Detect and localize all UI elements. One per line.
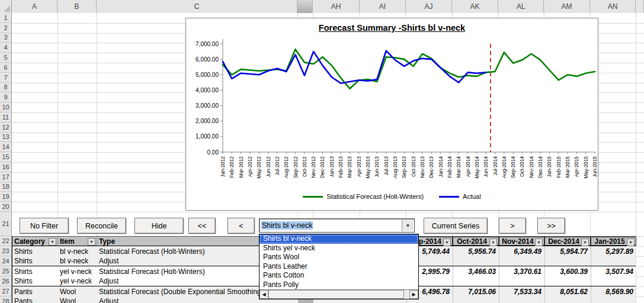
category-filter-icon[interactable]: ▼ — [49, 238, 56, 246]
column-header-AH[interactable]: AH — [313, 0, 360, 13]
reconcile-button[interactable]: Reconcile — [77, 218, 126, 234]
item-cell: yel v-neck — [58, 266, 97, 276]
column-header-C[interactable]: C — [97, 0, 297, 13]
row-header-4[interactable]: 4 — [0, 43, 12, 53]
row-header-3[interactable]: 3 — [0, 33, 12, 43]
value-cell — [544, 296, 591, 303]
current-series-button[interactable]: Current Series — [424, 218, 488, 234]
row-header-24[interactable]: 24 — [0, 256, 12, 266]
row-header-6[interactable]: 6 — [0, 63, 12, 73]
value-cell: 5,297.89 — [591, 246, 636, 256]
row-header-15[interactable]: 15 — [0, 152, 12, 162]
dropdown-item-shirts-bl-v-neck[interactable]: Shirts bl v-neck — [259, 234, 418, 244]
gridline — [12, 212, 644, 212]
month-filter-icon[interactable]: ▼ — [489, 238, 497, 246]
axis-tick-label: Oct-2013 — [411, 156, 416, 177]
previous-series-button[interactable]: < — [228, 218, 255, 234]
column-header-AL[interactable]: AL — [498, 0, 544, 13]
row-header-20[interactable]: 20 — [0, 202, 12, 212]
axis-tick-label: Feb-2013 — [338, 156, 344, 178]
row-header-14[interactable]: 14 — [0, 142, 12, 152]
last-series-button[interactable]: >> — [537, 218, 565, 234]
column-header-AI[interactable]: AI — [360, 0, 406, 13]
row-header-9[interactable]: 9 — [0, 92, 12, 102]
axis-tick-label: Apr-2013 — [356, 156, 362, 177]
axis-tick-label: May-2015 — [583, 156, 589, 179]
column-header-blank[interactable] — [297, 0, 313, 13]
month-filter-icon[interactable]: ▼ — [443, 238, 451, 246]
value-cell: 3,600.39 — [544, 266, 591, 276]
row-header-10[interactable]: 10 — [0, 102, 12, 112]
axis-tick-label: Dec-2014 — [537, 156, 543, 178]
row-header-16[interactable]: 16 — [0, 162, 12, 172]
value-cell — [499, 296, 544, 303]
row-header-27[interactable]: 27 — [0, 286, 12, 296]
row-header-1[interactable]: 1 — [0, 13, 12, 23]
row-header-17[interactable]: 17 — [0, 172, 12, 182]
row-header-22[interactable]: 22 — [0, 236, 12, 246]
chart-legend: Statistical Forecast (Holt-Winters) Actu… — [186, 193, 598, 200]
axis-tick-label: Mar-2012 — [238, 156, 244, 178]
month-filter-icon[interactable]: ▼ — [627, 238, 635, 246]
value-cell — [591, 296, 636, 303]
column-header-B[interactable]: B — [57, 0, 97, 13]
column-header-blank[interactable] — [636, 0, 644, 13]
row-header-11[interactable]: 11 — [0, 112, 12, 123]
first-series-button[interactable]: << — [188, 218, 216, 234]
row-header-23[interactable]: 23 — [0, 246, 12, 256]
axis-tick-label: May-2014 — [474, 156, 480, 179]
axis-tick-label: Nov-2012 — [310, 156, 316, 178]
chart-title: Forecast Summary -Shirts bl v-neck — [186, 23, 598, 33]
axis-tick-label: Jan-2015 — [546, 156, 552, 178]
column-header-A[interactable]: A — [12, 0, 57, 13]
axis-tick-label: Jun-2013 — [374, 156, 380, 178]
dropdown-item-pants-cotton[interactable]: Pants Cotton — [259, 271, 418, 281]
value-cell: 7,015.06 — [453, 286, 499, 296]
series-combobox[interactable]: Shirts bl v-neck ▼ — [259, 218, 415, 233]
row-header-2[interactable]: 2 — [0, 23, 12, 33]
column-header-AN[interactable]: AN — [590, 0, 636, 13]
axis-tick-label: Nov-2013 — [419, 156, 425, 178]
scrollbar-thumb[interactable] — [268, 290, 404, 299]
month-filter-icon[interactable]: ▼ — [581, 238, 589, 246]
value-cell — [453, 276, 499, 286]
item-cell: Wool — [58, 286, 97, 296]
value-cell: 5,954.77 — [544, 246, 591, 256]
row-header-21[interactable]: 21 — [0, 212, 12, 236]
row-header-13[interactable]: 13 — [0, 133, 12, 143]
axis-tick-label: Aug-2012 — [283, 156, 289, 178]
row-header-7[interactable]: 7 — [0, 73, 12, 83]
row-header-18[interactable]: 18 — [0, 182, 12, 192]
dropdown-item-pants-polly[interactable]: Pants Polly — [259, 281, 418, 290]
dropdown-item-pants-wool[interactable]: Pants Wool — [259, 253, 418, 262]
row-header-12[interactable]: 12 — [0, 123, 12, 133]
month-column-header: Oct-2014▼ — [453, 237, 499, 246]
scroll-left-icon[interactable]: ◀ — [259, 290, 268, 299]
month-filter-icon[interactable]: ▼ — [535, 238, 543, 246]
value-cell — [544, 276, 591, 286]
hide-button[interactable]: Hide — [134, 218, 184, 234]
column-header-AK[interactable]: AK — [452, 0, 498, 13]
axis-tick-label: Oct-2014 — [519, 156, 525, 177]
item-filter-icon[interactable]: ▼ — [88, 238, 95, 246]
combobox-dropdown-icon[interactable]: ▼ — [402, 220, 414, 231]
month-column-header: Jan-2015▼ — [591, 237, 636, 246]
forecast-chart[interactable]: 0.001,000.002,000.003,000.004,000.005,00… — [185, 18, 598, 211]
no-filter-button[interactable]: No Filter — [20, 218, 69, 234]
dropdown-item-shirts-yel-v-neck[interactable]: Shirts yel v-neck — [259, 244, 418, 253]
column-header-AM[interactable]: AM — [544, 0, 590, 13]
row-header-19[interactable]: 19 — [0, 192, 12, 202]
row-header-25[interactable]: 25 — [0, 266, 12, 276]
next-series-button[interactable]: > — [499, 218, 526, 234]
value-cell — [499, 276, 544, 286]
row-header-26[interactable]: 26 — [0, 276, 12, 286]
dropdown-item-pants-leather[interactable]: Pants Leather — [259, 262, 418, 272]
row-header-5[interactable]: 5 — [0, 53, 12, 63]
series-dropdown-list: Shirts bl v-neckShirts yel v-neckPants W… — [259, 234, 419, 299]
row-header-8[interactable]: 8 — [0, 83, 12, 93]
row-header-28[interactable]: 28 — [0, 296, 12, 303]
dropdown-horizontal-scrollbar[interactable]: ◀ ▶ — [259, 289, 418, 299]
select-all-corner[interactable] — [0, 0, 12, 13]
column-header-AJ[interactable]: AJ — [406, 0, 452, 13]
scroll-right-icon[interactable]: ▶ — [409, 290, 418, 299]
